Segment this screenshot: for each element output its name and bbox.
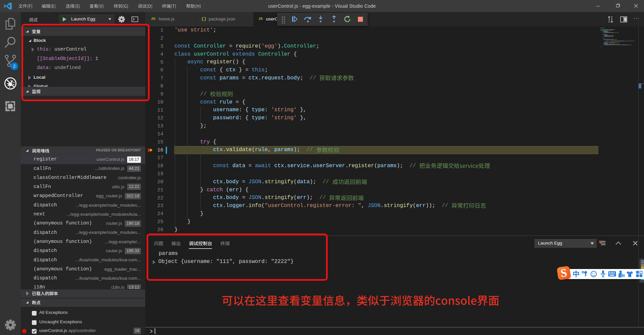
svg-text:2E: 2E xyxy=(622,275,625,277)
